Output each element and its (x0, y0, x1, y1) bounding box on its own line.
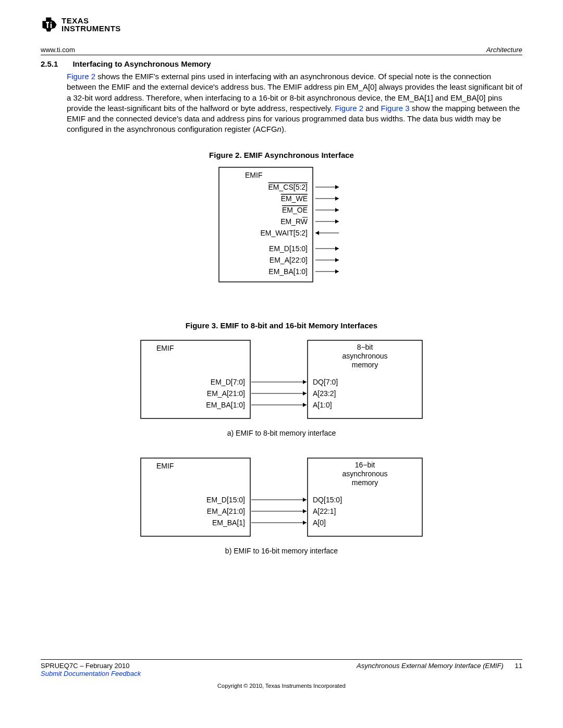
section-number: 2.5.1 (41, 59, 58, 68)
figure-3a-diagram: EMIF8−bitasynchronousmemoryEM_D[7:0]DQ[7… (41, 335, 522, 424)
figure-3-caption: Figure 3. EMIF to 8-bit and 16-bit Memor… (41, 321, 522, 330)
svg-text:EMIF: EMIF (156, 462, 174, 470)
svg-text:A[1:0]: A[1:0] (313, 401, 332, 409)
svg-text:16−bit: 16−bit (355, 461, 375, 469)
svg-marker-44 (303, 391, 307, 396)
page-footer: SPRUEQ7C – February 2010 Asynchronous Ex… (41, 659, 522, 689)
svg-text:EMIF: EMIF (245, 171, 262, 179)
svg-text:EM_A[21:0]: EM_A[21:0] (207, 389, 245, 398)
svg-rect-2 (51, 23, 52, 28)
footer-doc-id: SPRUEQ7C – February 2010 (41, 662, 130, 670)
svg-text:EM_A[21:0]: EM_A[21:0] (207, 507, 245, 515)
svg-marker-58 (303, 498, 307, 502)
footer-title: Asynchronous External Memory Interface (… (357, 662, 504, 670)
section-title: Interfacing to Asynchronous Memory (72, 59, 211, 68)
svg-text:EM_D[7:0]: EM_D[7:0] (211, 378, 245, 386)
svg-text:A[22:1]: A[22:1] (313, 507, 336, 515)
svg-marker-40 (303, 380, 307, 384)
figure-2-caption: Figure 2. EMIF Asynchronous Interface (41, 151, 522, 159)
svg-text:EM_A[22:0]: EM_A[22:0] (270, 256, 308, 264)
svg-text:EMIF: EMIF (156, 344, 174, 352)
svg-text:EM_BA[1:0]: EM_BA[1:0] (206, 401, 245, 409)
para-n: n (277, 125, 282, 133)
logo-text-2: INSTRUMENTS (62, 24, 121, 32)
svg-text:memory: memory (352, 478, 378, 487)
header-chapter: Architecture (486, 46, 522, 54)
figure-3b-subcaption: b) EMIF to 16-bit memory interface (41, 547, 522, 555)
svg-marker-27 (335, 258, 339, 262)
para-t2: and (363, 104, 381, 113)
figure-2-diagram: EMIF EM_CS[5:2]EM_WEEM_OEEM_RWEM_WAIT[5:… (41, 165, 522, 285)
svg-text:EM_D[15:0]: EM_D[15:0] (269, 244, 308, 253)
svg-marker-66 (303, 521, 307, 525)
logo-text-1: TEXAS (62, 17, 121, 24)
header-url: www.ti.com (41, 46, 75, 54)
svg-text:memory: memory (352, 361, 378, 369)
page-header: www.ti.com Architecture (41, 46, 522, 55)
svg-marker-48 (303, 403, 307, 407)
svg-marker-21 (315, 231, 319, 235)
svg-marker-62 (303, 509, 307, 513)
svg-text:asynchronous: asynchronous (342, 470, 387, 478)
svg-text:A[23:2]: A[23:2] (313, 389, 336, 398)
link-figure-2[interactable]: Figure 2 (67, 72, 95, 81)
svg-text:EM_OE: EM_OE (282, 206, 308, 214)
svg-text:EM_WAIT[5:2]: EM_WAIT[5:2] (260, 229, 308, 237)
body-paragraph: Figure 2 shows the EMIF's external pins … (67, 71, 522, 135)
footer-page-number: 11 (515, 662, 522, 670)
link-figure-2b[interactable]: Figure 2 (335, 104, 363, 113)
svg-text:asynchronous: asynchronous (342, 352, 387, 360)
svg-marker-30 (335, 269, 339, 274)
svg-text:EM_D[15:0]: EM_D[15:0] (206, 496, 245, 504)
ti-logo-block: TEXAS INSTRUMENTS (41, 16, 522, 33)
footer-feedback-link[interactable]: Submit Documentation Feedback (41, 670, 141, 677)
link-figure-3[interactable]: Figure 3 (381, 104, 410, 113)
figure-3b-diagram: EMIF16−bitasynchronousmemoryEM_D[15:0]DQ… (41, 453, 522, 541)
svg-text:A[0]: A[0] (313, 519, 326, 527)
svg-text:EM_BA[1]: EM_BA[1] (212, 519, 245, 527)
svg-text:EM_CS[5:2]: EM_CS[5:2] (268, 183, 308, 191)
section-heading: 2.5.1 Interfacing to Asynchronous Memory (41, 59, 522, 68)
svg-marker-8 (335, 185, 339, 189)
svg-marker-18 (335, 219, 339, 224)
ti-logo-icon (41, 16, 58, 33)
svg-text:DQ[7:0]: DQ[7:0] (313, 378, 338, 386)
svg-text:8−bit: 8−bit (357, 343, 373, 351)
footer-copyright: Copyright © 2010, Texas Instruments Inco… (41, 683, 522, 689)
figure-3a-subcaption: a) EMIF to 8-bit memory interface (41, 429, 522, 437)
para-t4: ). (282, 125, 286, 133)
svg-text:EM_BA[1:0]: EM_BA[1:0] (268, 267, 308, 276)
svg-marker-11 (335, 196, 339, 201)
svg-rect-3 (51, 22, 52, 23)
svg-text:DQ[15:0]: DQ[15:0] (313, 496, 342, 504)
svg-text:EM_RW: EM_RW (280, 217, 308, 226)
svg-rect-1 (46, 22, 49, 23)
svg-marker-14 (335, 208, 339, 212)
svg-marker-24 (335, 246, 339, 251)
svg-text:EM_WE: EM_WE (281, 194, 308, 203)
